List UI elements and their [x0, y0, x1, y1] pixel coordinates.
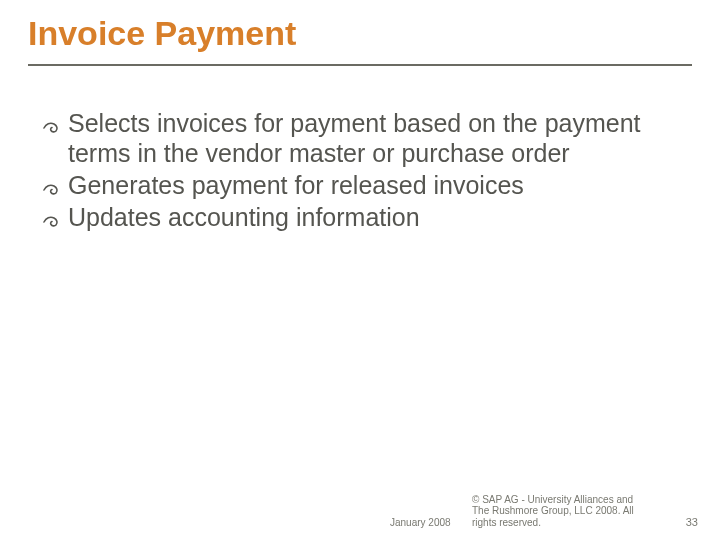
title-underline	[28, 64, 692, 66]
bullet-swirl-icon	[42, 208, 62, 228]
bullet-swirl-icon	[42, 114, 62, 134]
footer-page-number: 33	[686, 516, 698, 528]
slide-footer: January 2008 © SAP AG - University Allia…	[0, 488, 720, 528]
slide-title: Invoice Payment	[28, 14, 690, 59]
bullet-text: Selects invoices for payment based on th…	[68, 109, 641, 167]
slide-content: Selects invoices for payment based on th…	[42, 108, 660, 234]
bullet-text: Generates payment for released invoices	[68, 171, 524, 199]
bullet-item: Generates payment for released invoices	[42, 170, 660, 200]
footer-date: January 2008	[390, 517, 451, 528]
bullet-item: Selects invoices for payment based on th…	[42, 108, 660, 168]
footer-copyright: © SAP AG - University Alliances and The …	[472, 494, 642, 529]
slide: Invoice Payment Selects invoices for pay…	[0, 0, 720, 540]
bullet-swirl-icon	[42, 176, 62, 196]
bullet-text: Updates accounting information	[68, 203, 420, 231]
bullet-item: Updates accounting information	[42, 202, 660, 232]
